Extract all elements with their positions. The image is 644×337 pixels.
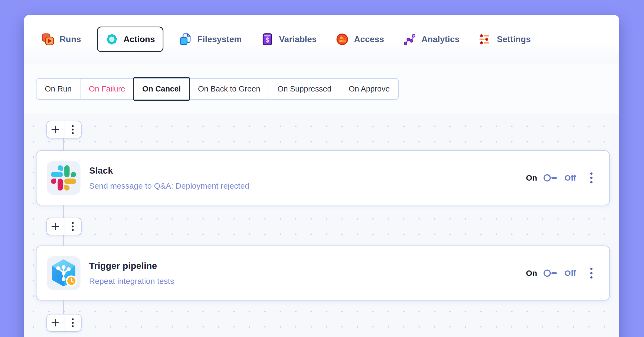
nav-item-label: Analytics <box>421 34 459 44</box>
nav-item-label: Actions <box>123 34 155 44</box>
card-menu-button[interactable] <box>590 268 593 279</box>
action-icon-tile <box>47 161 80 195</box>
event-tab-band: On Run On Failure On Cancel On Back to G… <box>24 64 619 114</box>
tab-on-run[interactable]: On Run <box>36 79 80 99</box>
svg-text:$: $ <box>265 36 269 43</box>
nav-item-label: Variables <box>279 34 317 44</box>
filesystem-icon <box>179 33 192 46</box>
kebab-icon <box>71 318 74 328</box>
kebab-icon <box>71 125 74 134</box>
event-tab-bar: On Run On Failure On Cancel On Back to G… <box>36 78 399 100</box>
toggle-on-label: On <box>526 269 537 278</box>
action-card-slack[interactable]: Slack Send message to Q&A: Deployment re… <box>36 150 610 205</box>
action-card-trigger-pipeline[interactable]: Trigger pipeline Repeat integration test… <box>36 246 610 301</box>
tab-on-suppressed[interactable]: On Suppressed <box>269 79 341 99</box>
add-step-group <box>46 121 82 138</box>
card-text: Trigger pipeline Repeat integration test… <box>89 261 526 286</box>
card-controls: On Off <box>526 172 593 184</box>
nav-item-label: Filesystem <box>197 34 241 44</box>
toggle-on-label: On <box>526 173 537 182</box>
toggle-switch[interactable] <box>543 268 559 278</box>
plus-icon <box>52 319 59 327</box>
nav-item-actions[interactable]: Actions <box>97 27 163 52</box>
nav-item-access[interactable]: Access <box>332 33 387 46</box>
nav-item-variables[interactable]: $ Variables <box>258 33 320 46</box>
plus-icon <box>52 223 59 230</box>
step-menu-button[interactable] <box>64 121 81 138</box>
nav-item-runs[interactable]: Runs <box>38 33 85 46</box>
add-step-button[interactable] <box>47 121 64 138</box>
tab-on-approve[interactable]: On Approve <box>340 79 398 99</box>
actions-icon <box>105 33 118 46</box>
card-controls: On Off <box>526 268 593 279</box>
app-panel: Runs Actions <box>24 15 619 337</box>
toggle-off-label: Off <box>565 269 576 278</box>
toggle-off-label: Off <box>565 173 576 182</box>
kebab-icon <box>71 222 74 231</box>
step-menu-button[interactable] <box>64 314 81 331</box>
toggle-icon <box>543 173 559 183</box>
nav-item-label: Runs <box>60 34 81 44</box>
tab-on-cancel[interactable]: On Cancel <box>134 79 189 99</box>
kebab-icon <box>590 172 593 184</box>
slack-logo-icon <box>51 165 76 191</box>
main-nav: Runs Actions <box>24 15 619 64</box>
step-menu-button[interactable] <box>64 218 81 235</box>
card-title: Trigger pipeline <box>89 261 526 271</box>
tab-on-failure[interactable]: On Failure <box>80 79 134 99</box>
workflow-canvas <box>24 114 619 337</box>
nav-item-settings[interactable]: Settings <box>475 33 534 46</box>
toggle-icon <box>543 268 559 278</box>
card-subtitle: Repeat integration tests <box>89 277 526 286</box>
nav-item-label: Settings <box>497 34 531 44</box>
add-step-group <box>46 218 82 235</box>
purple-backdrop: Runs Actions <box>0 0 644 337</box>
kebab-icon <box>590 268 593 279</box>
card-title: Slack <box>89 165 526 176</box>
add-step-group <box>46 314 82 332</box>
card-text: Slack Send message to Q&A: Deployment re… <box>89 165 526 191</box>
card-menu-button[interactable] <box>590 172 593 184</box>
nav-item-filesystem[interactable]: Filesystem <box>176 33 245 46</box>
pipeline-icon <box>49 258 79 288</box>
runs-icon <box>42 33 54 46</box>
action-icon-tile <box>47 256 80 290</box>
nav-item-label: Access <box>354 34 384 44</box>
plus-icon <box>52 126 59 133</box>
analytics-icon <box>403 33 416 46</box>
card-subtitle: Send message to Q&A: Deployment rejected <box>89 181 526 191</box>
variables-icon: $ <box>261 33 274 46</box>
add-step-button[interactable] <box>47 218 64 235</box>
nav-item-analytics[interactable]: Analytics <box>400 33 463 46</box>
toggle-switch[interactable] <box>543 173 559 183</box>
add-step-button[interactable] <box>47 314 64 331</box>
access-icon <box>336 33 349 46</box>
settings-icon <box>479 33 492 46</box>
tab-on-back-to-green[interactable]: On Back to Green <box>190 79 269 99</box>
